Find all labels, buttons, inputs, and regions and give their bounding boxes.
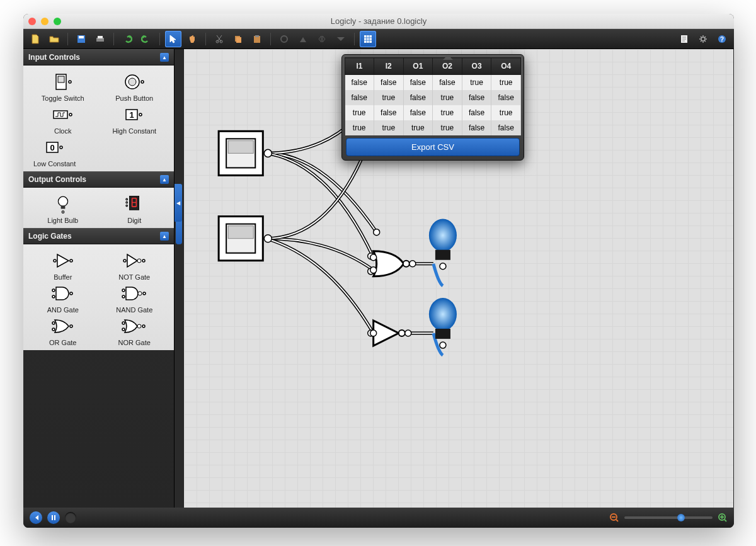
pan-tool-button[interactable] (184, 31, 200, 47)
section-body-input-controls: Toggle Switch Push Button Clock 1 High C… (23, 65, 174, 171)
palette-nor-gate[interactable]: NOR Gate (99, 316, 171, 346)
section-header-output-controls[interactable]: Output Controls ▲ (23, 171, 174, 188)
palette-toggle-switch[interactable]: Toggle Switch (27, 72, 99, 102)
pause-button[interactable] (47, 511, 60, 524)
export-csv-button[interactable]: Export CSV (346, 138, 520, 156)
open-file-button[interactable] (46, 31, 62, 47)
palette-nand-gate[interactable]: NAND Gate (99, 283, 171, 314)
palette-light-bulb[interactable]: Light Bulb (27, 194, 99, 224)
save-button[interactable] (73, 31, 89, 47)
step-button[interactable] (65, 512, 76, 523)
zoom-knob[interactable] (677, 514, 685, 521)
palette-and-gate[interactable]: AND Gate (27, 283, 99, 314)
help-button[interactable]: ? (714, 31, 730, 47)
truth-table: I1I2O1O2O3O4 falsefalsefalsefalsetruetru… (345, 57, 521, 135)
truth-cell: false (462, 90, 491, 105)
truth-table-button[interactable] (360, 31, 376, 47)
switch-2[interactable] (219, 217, 272, 261)
svg-point-53 (122, 322, 125, 324)
redo-button[interactable] (138, 31, 154, 47)
nor-gate-icon (121, 316, 147, 336)
palette-or-gate[interactable]: OR Gate (27, 316, 99, 346)
svg-point-40 (123, 259, 126, 262)
truth-cell: false (403, 90, 433, 105)
svg-rect-82 (54, 515, 55, 520)
low-constant-icon: 0 (42, 137, 68, 157)
toggle-switch-icon (50, 72, 76, 92)
switch-1[interactable] (219, 131, 272, 175)
truth-cell: false (491, 90, 521, 105)
svg-point-77 (374, 229, 380, 236)
canvas-wrap: ◀ (175, 49, 734, 508)
bulb-1[interactable] (429, 219, 457, 270)
truth-cell: false (345, 90, 374, 105)
section-body-logic-gates: Buffer NOT Gate AND Gate NAND Gate OR Ga… (23, 244, 174, 350)
clock-icon (50, 105, 76, 125)
copy-button[interactable] (230, 31, 246, 47)
truth-header: I1 (345, 58, 374, 75)
truth-header: O4 (491, 58, 521, 75)
zoom-out-icon[interactable] (609, 513, 619, 523)
truth-cell: true (403, 120, 433, 135)
palette-buffer[interactable]: Buffer (27, 251, 99, 281)
canvas-scrollbar[interactable] (175, 49, 183, 508)
svg-rect-31 (60, 206, 65, 209)
section-header-input-controls[interactable]: Input Controls ▲ (23, 49, 174, 65)
notes-button[interactable] (676, 31, 692, 47)
close-button[interactable] (28, 18, 36, 25)
undo-button[interactable] (119, 31, 135, 47)
pointer-tool-button[interactable] (165, 31, 181, 47)
svg-point-47 (122, 295, 125, 298)
truth-cell: false (403, 75, 433, 91)
svg-point-63 (264, 235, 272, 242)
settings-button[interactable] (695, 31, 711, 47)
push-button-icon (121, 72, 147, 92)
new-file-button[interactable] (27, 31, 43, 47)
truth-cell: true (374, 120, 403, 135)
svg-rect-62 (228, 226, 253, 239)
print-button[interactable] (92, 31, 108, 47)
section-body-output-controls: Light Bulb Digit (23, 188, 174, 228)
palette-low-constant[interactable]: 0 Low Constant (33, 137, 76, 168)
rotate-ccw-icon[interactable] (276, 31, 292, 47)
truth-cell: true (345, 120, 374, 135)
truth-cell: false (345, 75, 374, 91)
zoom-slider[interactable] (624, 516, 713, 519)
palette-push-button[interactable]: Push Button (99, 72, 171, 102)
bulb-2[interactable] (429, 298, 457, 348)
svg-rect-9 (255, 35, 259, 37)
truth-cell: false (491, 120, 521, 135)
palette-clock[interactable]: Clock (27, 105, 99, 135)
flip-v-icon[interactable] (333, 31, 349, 47)
flip-h-icon[interactable] (314, 31, 330, 47)
collapse-icon: ▲ (160, 53, 169, 62)
svg-point-44 (70, 292, 72, 295)
truth-cell: false (433, 75, 462, 91)
svg-point-23 (69, 113, 72, 116)
canvas[interactable]: I1I2O1O2O3O4 falsefalsefalsefalsetruetru… (184, 49, 733, 508)
svg-rect-58 (228, 140, 253, 153)
zoom-controls (609, 513, 728, 523)
svg-point-37 (54, 259, 56, 262)
or-gate-icon (50, 316, 76, 336)
svg-point-78 (370, 254, 377, 261)
zoom-in-icon[interactable] (718, 513, 728, 523)
svg-point-80 (370, 330, 377, 336)
svg-point-18 (69, 81, 71, 83)
palette-digit[interactable]: Digit (99, 194, 171, 224)
palette-not-gate[interactable]: NOT Gate (99, 251, 171, 281)
section-header-logic-gates[interactable]: Logic Gates ▲ (23, 228, 174, 244)
paste-button[interactable] (249, 31, 265, 47)
cut-button[interactable] (211, 31, 227, 47)
svg-point-46 (122, 289, 125, 292)
svg-point-26 (139, 113, 142, 116)
maximize-button[interactable] (54, 18, 61, 25)
truth-cell: true (433, 105, 462, 120)
rotate-cw-icon[interactable] (295, 31, 311, 47)
palette-high-constant[interactable]: 1 High Constant (99, 105, 171, 135)
sidebar-collapse-handle[interactable]: ◀ (175, 184, 182, 222)
minimize-button[interactable] (41, 18, 49, 25)
restart-button[interactable] (30, 511, 42, 524)
svg-rect-72 (435, 250, 450, 260)
svg-point-34 (126, 198, 128, 200)
